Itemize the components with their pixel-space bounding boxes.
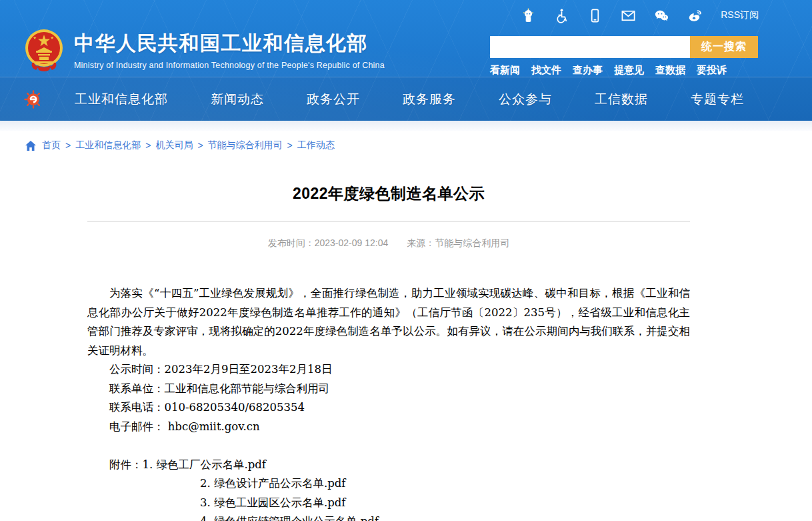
site-header: RSS订阅 中华人民共和国工业和信息化部 Ministry of In	[0, 0, 812, 121]
attachment-row: 4. 绿色供应链管理企业公示名单.pdf	[87, 512, 690, 521]
quick-link-data[interactable]: 查数据	[655, 64, 685, 77]
site-subtitle-en: Ministry of Industry and Information Tec…	[74, 61, 385, 70]
attachment-row: 2. 绿色设计产品公示名单.pdf	[87, 474, 690, 494]
nav-item-special-columns[interactable]: 专题专栏	[691, 91, 744, 108]
national-emblem-logo	[24, 28, 64, 72]
breadcrumb: 首页 > 工业和信息化部 > 机关司局 > 节能与综合利用司 > 工作动态	[0, 131, 812, 151]
miit-e-logo-icon	[24, 89, 44, 109]
attachment-green-design-products-pdf[interactable]: 2. 绿色设计产品公示名单.pdf	[200, 477, 345, 490]
publicity-period-line: 公示时间：2023年2月9日至2023年2月18日	[87, 360, 690, 380]
quick-link-suggestions[interactable]: 提意见	[614, 64, 644, 77]
publish-time-value: 2023-02-09 12:04	[315, 237, 389, 248]
breadcrumb-departments[interactable]: 机关司局	[155, 139, 193, 151]
wechat-icon[interactable]	[654, 8, 669, 23]
source-value: 节能与综合利用司	[435, 237, 509, 248]
nav-item-news[interactable]: 新闻动态	[211, 91, 264, 108]
rss-subscribe-link[interactable]: RSS订阅	[721, 9, 759, 21]
contact-unit-line: 联系单位：工业和信息化部节能与综合利用司	[87, 380, 690, 399]
article-paragraph: 为落实《“十四五”工业绿色发展规划》，全面推行绿色制造，助力工业领域实现碳达峰、…	[87, 284, 690, 360]
breadcrumb-separator: >	[65, 140, 71, 151]
quick-links: 看新闻 找文件 查办事 提意见 查数据 要投诉	[490, 64, 758, 77]
header-shadow-band	[0, 121, 812, 131]
quick-link-documents[interactable]: 找文件	[531, 64, 561, 77]
miit-webpage: { "topbar": { "rss_label": "RSS订阅", "ico…	[0, 0, 812, 521]
publish-time-label: 发布时间：	[268, 237, 315, 248]
breadcrumb-separator: >	[197, 140, 203, 151]
nav-item-public-participation[interactable]: 公众参与	[499, 91, 552, 108]
quick-link-news[interactable]: 看新闻	[490, 64, 520, 77]
article: 2022年度绿色制造名单公示 发布时间：2023-02-09 12:04来源：节…	[87, 183, 690, 521]
article-body: 为落实《“十四五”工业绿色发展规划》，全面推行绿色制造，助力工业领域实现碳达峰、…	[87, 284, 690, 521]
breadcrumb-separator: >	[287, 140, 293, 151]
breadcrumb-home[interactable]: 首页	[42, 139, 61, 151]
quick-link-services[interactable]: 查办事	[573, 64, 603, 77]
article-meta: 发布时间：2023-02-09 12:04来源：节能与综合利用司	[87, 237, 690, 249]
attachment-row: 附件：1. 绿色工厂公示名单.pdf	[87, 456, 690, 475]
brand-block: 中华人民共和国工业和信息化部 Ministry of Industry and …	[74, 30, 385, 70]
nav-item-mit-data[interactable]: 工信数据	[595, 91, 648, 108]
main-nav: 工业和信息化部 新闻动态 政务公开 政务服务 公众参与 工信数据 专题专栏	[0, 77, 812, 121]
search-area: 统一搜索 看新闻 找文件 查办事 提意见 查数据 要投诉	[490, 36, 758, 77]
unified-search-button[interactable]: 统一搜索	[690, 36, 758, 58]
spacer	[87, 436, 690, 456]
nav-item-gov-services[interactable]: 政务服务	[403, 91, 456, 108]
search-input[interactable]	[490, 36, 690, 58]
breadcrumb-ministry[interactable]: 工业和信息化部	[75, 139, 141, 151]
contact-email-line: 电子邮件： hbc@miit.gov.cn	[87, 418, 690, 437]
mail-icon[interactable]	[621, 8, 636, 23]
weibo-icon[interactable]	[687, 8, 703, 23]
nav-item-gov-affairs[interactable]: 政务公开	[307, 91, 360, 108]
attachment-green-supply-chain-pdf[interactable]: 4. 绿色供应链管理企业公示名单.pdf	[200, 515, 379, 521]
nav-item-ministry[interactable]: 工业和信息化部	[75, 91, 168, 108]
breadcrumb-energy-dept[interactable]: 节能与综合利用司	[208, 139, 283, 151]
mobile-icon[interactable]	[587, 8, 603, 23]
breadcrumb-separator: >	[145, 140, 151, 151]
topbar: RSS订阅	[0, 0, 812, 27]
article-title: 2022年度绿色制造名单公示	[87, 183, 690, 204]
source-label: 来源：	[407, 237, 435, 248]
quick-link-complaints[interactable]: 要投诉	[697, 64, 727, 77]
nav-items: 工业和信息化部 新闻动态 政务公开 政务服务 公众参与 工信数据 专题专栏	[75, 91, 744, 108]
attachment-row: 3. 绿色工业园区公示名单.pdf	[87, 494, 690, 513]
robot-assistant-icon[interactable]	[521, 8, 536, 23]
contact-phone-line: 联系电话：010-68205340/68205354	[87, 398, 690, 418]
attachment-green-factory-pdf[interactable]: 1. 绿色工厂公示名单.pdf	[143, 458, 266, 471]
attachment-green-industrial-parks-pdf[interactable]: 3. 绿色工业园区公示名单.pdf	[200, 496, 345, 509]
home-icon[interactable]	[25, 141, 36, 151]
attachments-label: 附件：	[109, 458, 143, 471]
accessibility-icon[interactable]	[554, 8, 569, 23]
site-title: 中华人民共和国工业和信息化部	[74, 30, 385, 57]
title-divider	[87, 221, 690, 221]
breadcrumb-work-updates[interactable]: 工作动态	[297, 139, 335, 151]
